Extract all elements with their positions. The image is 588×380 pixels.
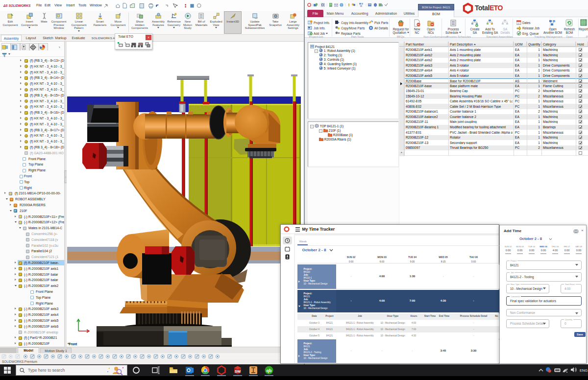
svg-text:qb: qb bbox=[267, 368, 272, 373]
svg-text:SW: SW bbox=[235, 369, 241, 374]
svg-text:*Front: *Front bbox=[68, 342, 77, 346]
